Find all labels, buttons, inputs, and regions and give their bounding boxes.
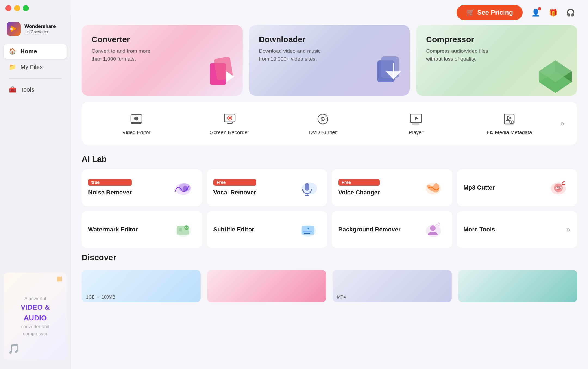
watermark-editor-info: Watermark Editor [88, 226, 138, 233]
player-label: Player [409, 129, 423, 135]
close-button[interactable] [5, 5, 11, 11]
files-icon: 📁 [9, 64, 16, 71]
voice-changer-free-badge: Free [338, 179, 380, 186]
cart-icon: 🛒 [466, 9, 474, 16]
tools-icon: 🧰 [9, 86, 16, 93]
logo-text-area: Wondershare UniConverter [24, 24, 56, 34]
sidebar-item-tools[interactable]: 🧰 Tools [4, 82, 67, 97]
headset-icon-button[interactable]: 🎧 [564, 6, 577, 19]
discover-card-4[interactable] [458, 270, 577, 302]
tool-video-editor[interactable]: Video Editor [90, 108, 183, 139]
svg-point-21 [229, 117, 231, 119]
ad-line3: AUDIO [24, 314, 47, 322]
discover-card-3[interactable]: MP4 [333, 270, 452, 302]
ai-more-tools[interactable]: More Tools » [457, 211, 577, 248]
mp3-cutter-img: MP3 [543, 177, 571, 199]
voice-changer-label: Voice Changer [338, 189, 380, 196]
video-editor-label: Video Editor [122, 129, 151, 135]
dvd-burner-icon [315, 111, 330, 127]
converter-3d-icon [196, 52, 243, 96]
ai-mp3-cutter[interactable]: Mp3 Cutter MP3 [457, 169, 577, 206]
sidebar: Wondershare UniConverter 🏠 Home 📁 My Fil… [0, 0, 71, 369]
gift-icon: 🎁 [549, 8, 558, 17]
downloader-icon-area [361, 47, 410, 96]
home-icon: 🏠 [9, 48, 16, 55]
main-content: 🛒 See Pricing 👤 🎁 🎧 Converter Convert to… [71, 0, 588, 369]
tool-dvd-burner[interactable]: DVD Burner [276, 108, 369, 139]
header-icon-group: 👤 🎁 🎧 [529, 6, 577, 19]
see-pricing-button[interactable]: 🛒 See Pricing [457, 5, 523, 20]
ai-voice-changer[interactable]: Free Voice Changer [332, 169, 452, 206]
subtitle-editor-label: Subtitle Editor [213, 226, 254, 233]
sidebar-home-label: Home [20, 48, 37, 55]
background-remover-label: Background Remover [338, 226, 401, 233]
subtitle-editor-img [293, 219, 320, 240]
feature-cards-row: Converter Convert to and from more than … [82, 25, 577, 96]
background-remover-info: Background Remover [338, 226, 401, 233]
svg-marker-28 [415, 116, 418, 120]
svg-rect-1 [10, 28, 13, 30]
tool-player[interactable]: Player [369, 108, 463, 139]
sidebar-ad-banner: A powerful VIDEO & AUDIO converter and c… [4, 273, 67, 360]
tool-fix-media-metadata[interactable]: Fix Media Metadata [463, 108, 556, 139]
ai-noise-remover[interactable]: true Noise Remover [82, 169, 202, 206]
ad-line5: compressor [23, 331, 47, 336]
svg-line-58 [437, 223, 439, 225]
ai-background-remover[interactable]: Background Remover [332, 211, 452, 248]
sidebar-item-myfiles[interactable]: 📁 My Files [4, 60, 67, 75]
sidebar-divider [9, 78, 62, 79]
vocal-remover-label: Vocal Remover [213, 189, 256, 196]
discover-title: Discover [82, 253, 577, 262]
background-remover-img [418, 219, 446, 240]
ad-line2: VIDEO & [21, 303, 50, 311]
screen-recorder-label: Screen Recorder [210, 129, 249, 135]
ad-deco-icon: 🎵 [8, 343, 20, 354]
ad-line4: converter and [21, 324, 50, 329]
maximize-button[interactable] [23, 5, 29, 11]
ad-line1: A powerful [24, 296, 46, 301]
watermark-editor-img: © [168, 219, 195, 240]
noise-remover-img [168, 177, 195, 199]
ai-vocal-remover[interactable]: Free Vocal Remover [207, 169, 327, 206]
app-name: Wondershare [24, 24, 56, 30]
subtitle-editor-info: Subtitle Editor [213, 226, 254, 233]
ai-watermark-editor[interactable]: Watermark Editor © [82, 211, 202, 248]
watermark-editor-label: Watermark Editor [88, 226, 138, 233]
header: 🛒 See Pricing 👤 🎁 🎧 [71, 0, 588, 25]
user-badge [538, 7, 541, 10]
window-controls [0, 0, 71, 16]
discover-card-1[interactable]: 1GB → 100MB [82, 270, 201, 302]
compressor-3d-icon [531, 52, 577, 96]
fix-media-metadata-label: Fix Media Metadata [486, 129, 532, 135]
gift-icon-button[interactable]: 🎁 [547, 6, 560, 19]
converter-card[interactable]: Converter Convert to and from more than … [82, 25, 243, 96]
sidebar-nav: 🏠 Home 📁 My Files 🧰 Tools [0, 44, 71, 97]
logo-icon [7, 22, 21, 36]
svg-marker-30 [508, 116, 511, 120]
compressor-title: Compressor [426, 35, 567, 44]
tool-screen-recorder[interactable]: Screen Recorder [183, 108, 276, 139]
svg-point-50 [184, 225, 189, 230]
converter-desc: Convert to and from more than 1,000 form… [91, 47, 157, 63]
downloader-card[interactable]: Downloader Download video and music from… [249, 25, 410, 96]
discover-row: 1GB → 100MB MP4 [82, 270, 577, 302]
ai-subtitle-editor[interactable]: Subtitle Editor [207, 211, 327, 248]
svg-rect-39 [305, 183, 309, 191]
svg-point-24 [322, 119, 323, 120]
compressor-card[interactable]: Compressor Compress audio/video files wi… [416, 25, 577, 96]
discover-card-2[interactable] [207, 270, 326, 302]
tools-chevron-right[interactable]: » [556, 117, 569, 130]
vocal-remover-img [293, 177, 320, 199]
fix-media-metadata-icon [502, 111, 517, 127]
vocal-remover-info: Free Vocal Remover [213, 179, 256, 196]
content-area: Converter Convert to and from more than … [71, 25, 588, 313]
video-editor-icon [129, 111, 144, 127]
converter-title: Converter [91, 35, 233, 44]
sidebar-files-label: My Files [20, 64, 43, 71]
vocal-remover-free-badge: Free [213, 179, 256, 186]
user-icon-button[interactable]: 👤 [529, 6, 542, 19]
sidebar-item-home[interactable]: 🏠 Home [4, 44, 67, 59]
minimize-button[interactable] [14, 5, 20, 11]
downloader-desc: Download video and music from 10,000+ vi… [259, 47, 324, 63]
mp3-cutter-info: Mp3 Cutter [464, 184, 495, 191]
